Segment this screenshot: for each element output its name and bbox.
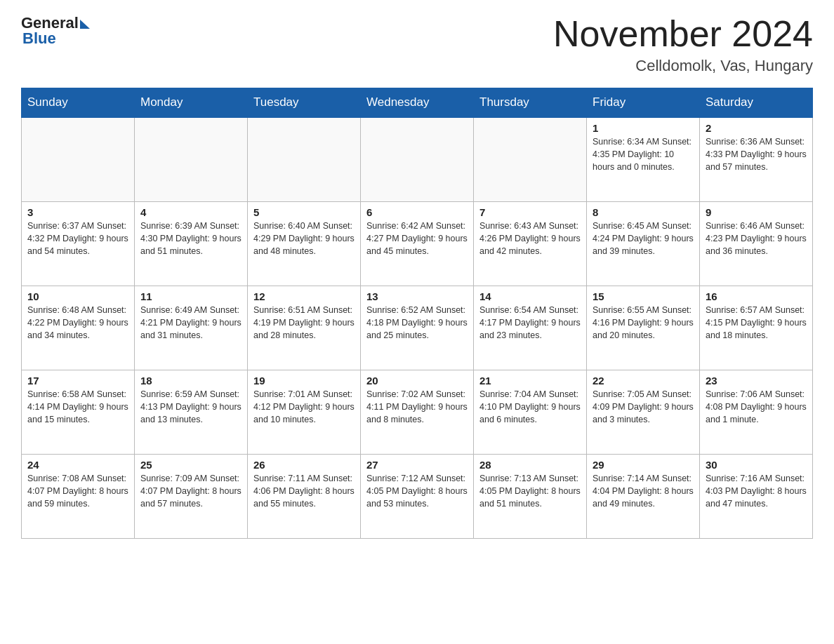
calendar-cell: 4Sunrise: 6:39 AM Sunset: 4:30 PM Daylig…	[135, 201, 248, 286]
day-number: 28	[479, 459, 581, 471]
calendar-cell: 1Sunrise: 6:34 AM Sunset: 4:35 PM Daylig…	[587, 117, 700, 201]
calendar-cell: 21Sunrise: 7:04 AM Sunset: 4:10 PM Dayli…	[474, 370, 587, 454]
day-info: Sunrise: 6:40 AM Sunset: 4:29 PM Dayligh…	[253, 220, 355, 257]
day-info: Sunrise: 6:46 AM Sunset: 4:23 PM Dayligh…	[706, 220, 807, 257]
calendar-cell	[22, 117, 135, 201]
calendar-cell: 26Sunrise: 7:11 AM Sunset: 4:06 PM Dayli…	[248, 454, 361, 538]
calendar-cell: 28Sunrise: 7:13 AM Sunset: 4:05 PM Dayli…	[474, 454, 587, 538]
day-number: 9	[706, 206, 807, 218]
day-info: Sunrise: 6:55 AM Sunset: 4:16 PM Dayligh…	[593, 304, 694, 342]
day-info: Sunrise: 7:01 AM Sunset: 4:12 PM Dayligh…	[253, 388, 355, 426]
day-info: Sunrise: 7:11 AM Sunset: 4:06 PM Dayligh…	[253, 472, 355, 510]
day-number: 30	[706, 459, 807, 471]
day-info: Sunrise: 6:45 AM Sunset: 4:24 PM Dayligh…	[593, 220, 694, 257]
day-number: 15	[593, 290, 694, 302]
weekday-header-sunday: Sunday	[22, 88, 135, 118]
day-number: 18	[140, 375, 241, 387]
calendar-cell	[474, 117, 587, 201]
day-number: 26	[253, 459, 355, 471]
day-info: Sunrise: 7:16 AM Sunset: 4:03 PM Dayligh…	[706, 472, 807, 510]
calendar-week-row: 10Sunrise: 6:48 AM Sunset: 4:22 PM Dayli…	[22, 286, 813, 370]
calendar-table: SundayMondayTuesdayWednesdayThursdayFrid…	[21, 88, 813, 539]
day-info: Sunrise: 7:14 AM Sunset: 4:04 PM Dayligh…	[593, 472, 694, 510]
calendar-cell: 30Sunrise: 7:16 AM Sunset: 4:03 PM Dayli…	[700, 454, 813, 538]
page-header: General Blue November 2024 Celldomolk, V…	[21, 14, 813, 75]
day-info: Sunrise: 6:48 AM Sunset: 4:22 PM Dayligh…	[27, 304, 128, 342]
calendar-cell: 10Sunrise: 6:48 AM Sunset: 4:22 PM Dayli…	[22, 286, 135, 370]
calendar-cell: 6Sunrise: 6:42 AM Sunset: 4:27 PM Daylig…	[361, 201, 474, 286]
calendar-cell: 13Sunrise: 6:52 AM Sunset: 4:18 PM Dayli…	[361, 286, 474, 370]
calendar-cell: 9Sunrise: 6:46 AM Sunset: 4:23 PM Daylig…	[700, 201, 813, 286]
calendar-week-row: 17Sunrise: 6:58 AM Sunset: 4:14 PM Dayli…	[22, 370, 813, 454]
calendar-cell: 23Sunrise: 7:06 AM Sunset: 4:08 PM Dayli…	[700, 370, 813, 454]
day-number: 14	[479, 290, 581, 302]
calendar-cell: 29Sunrise: 7:14 AM Sunset: 4:04 PM Dayli…	[587, 454, 700, 538]
day-info: Sunrise: 6:37 AM Sunset: 4:32 PM Dayligh…	[27, 220, 128, 257]
day-number: 2	[706, 122, 807, 134]
day-number: 11	[140, 290, 241, 302]
day-info: Sunrise: 6:58 AM Sunset: 4:14 PM Dayligh…	[27, 388, 128, 426]
calendar-cell: 8Sunrise: 6:45 AM Sunset: 4:24 PM Daylig…	[587, 201, 700, 286]
weekday-header-friday: Friday	[587, 88, 700, 118]
day-info: Sunrise: 6:34 AM Sunset: 4:35 PM Dayligh…	[593, 135, 694, 173]
day-info: Sunrise: 7:12 AM Sunset: 4:05 PM Dayligh…	[366, 472, 468, 510]
calendar-cell: 18Sunrise: 6:59 AM Sunset: 4:13 PM Dayli…	[135, 370, 248, 454]
day-number: 25	[140, 459, 241, 471]
day-number: 20	[366, 375, 468, 387]
logo-arrow-icon	[80, 20, 90, 29]
calendar-week-row: 1Sunrise: 6:34 AM Sunset: 4:35 PM Daylig…	[22, 117, 813, 201]
calendar-cell: 15Sunrise: 6:55 AM Sunset: 4:16 PM Dayli…	[587, 286, 700, 370]
day-info: Sunrise: 6:57 AM Sunset: 4:15 PM Dayligh…	[706, 304, 807, 342]
month-title: November 2024	[553, 14, 813, 54]
day-info: Sunrise: 7:06 AM Sunset: 4:08 PM Dayligh…	[706, 388, 807, 426]
day-number: 29	[593, 459, 694, 471]
calendar-cell: 16Sunrise: 6:57 AM Sunset: 4:15 PM Dayli…	[700, 286, 813, 370]
day-info: Sunrise: 6:36 AM Sunset: 4:33 PM Dayligh…	[706, 135, 807, 173]
day-number: 12	[253, 290, 355, 302]
day-number: 19	[253, 375, 355, 387]
day-number: 13	[366, 290, 468, 302]
calendar-cell: 14Sunrise: 6:54 AM Sunset: 4:17 PM Dayli…	[474, 286, 587, 370]
day-number: 3	[27, 206, 128, 218]
day-info: Sunrise: 6:43 AM Sunset: 4:26 PM Dayligh…	[479, 220, 581, 257]
weekday-header-row: SundayMondayTuesdayWednesdayThursdayFrid…	[22, 88, 813, 118]
day-number: 23	[706, 375, 807, 387]
calendar-cell: 12Sunrise: 6:51 AM Sunset: 4:19 PM Dayli…	[248, 286, 361, 370]
calendar-cell	[361, 117, 474, 201]
day-info: Sunrise: 6:52 AM Sunset: 4:18 PM Dayligh…	[366, 304, 468, 342]
calendar-cell: 7Sunrise: 6:43 AM Sunset: 4:26 PM Daylig…	[474, 201, 587, 286]
day-number: 8	[593, 206, 694, 218]
logo-blue-text: Blue	[22, 29, 56, 48]
day-number: 6	[366, 206, 468, 218]
day-number: 27	[366, 459, 468, 471]
day-info: Sunrise: 7:02 AM Sunset: 4:11 PM Dayligh…	[366, 388, 468, 426]
weekday-header-monday: Monday	[135, 88, 248, 118]
weekday-header-saturday: Saturday	[700, 88, 813, 118]
day-info: Sunrise: 7:13 AM Sunset: 4:05 PM Dayligh…	[479, 472, 581, 510]
day-info: Sunrise: 6:54 AM Sunset: 4:17 PM Dayligh…	[479, 304, 581, 342]
calendar-cell: 24Sunrise: 7:08 AM Sunset: 4:07 PM Dayli…	[22, 454, 135, 538]
calendar-cell: 11Sunrise: 6:49 AM Sunset: 4:21 PM Dayli…	[135, 286, 248, 370]
location-text: Celldomolk, Vas, Hungary	[553, 57, 813, 75]
day-number: 5	[253, 206, 355, 218]
calendar-cell: 17Sunrise: 6:58 AM Sunset: 4:14 PM Dayli…	[22, 370, 135, 454]
title-section: November 2024 Celldomolk, Vas, Hungary	[553, 14, 813, 75]
weekday-header-thursday: Thursday	[474, 88, 587, 118]
day-info: Sunrise: 7:08 AM Sunset: 4:07 PM Dayligh…	[27, 472, 128, 510]
calendar-week-row: 24Sunrise: 7:08 AM Sunset: 4:07 PM Dayli…	[22, 454, 813, 538]
day-number: 16	[706, 290, 807, 302]
day-number: 10	[27, 290, 128, 302]
calendar-week-row: 3Sunrise: 6:37 AM Sunset: 4:32 PM Daylig…	[22, 201, 813, 286]
day-info: Sunrise: 6:59 AM Sunset: 4:13 PM Dayligh…	[140, 388, 241, 426]
calendar-cell: 27Sunrise: 7:12 AM Sunset: 4:05 PM Dayli…	[361, 454, 474, 538]
logo: General Blue	[21, 14, 90, 48]
calendar-cell	[248, 117, 361, 201]
calendar-cell: 2Sunrise: 6:36 AM Sunset: 4:33 PM Daylig…	[700, 117, 813, 201]
weekday-header-tuesday: Tuesday	[248, 88, 361, 118]
day-info: Sunrise: 6:51 AM Sunset: 4:19 PM Dayligh…	[253, 304, 355, 342]
day-info: Sunrise: 7:09 AM Sunset: 4:07 PM Dayligh…	[140, 472, 241, 510]
day-info: Sunrise: 6:39 AM Sunset: 4:30 PM Dayligh…	[140, 220, 241, 257]
calendar-cell: 3Sunrise: 6:37 AM Sunset: 4:32 PM Daylig…	[22, 201, 135, 286]
calendar-cell: 25Sunrise: 7:09 AM Sunset: 4:07 PM Dayli…	[135, 454, 248, 538]
calendar-cell: 20Sunrise: 7:02 AM Sunset: 4:11 PM Dayli…	[361, 370, 474, 454]
